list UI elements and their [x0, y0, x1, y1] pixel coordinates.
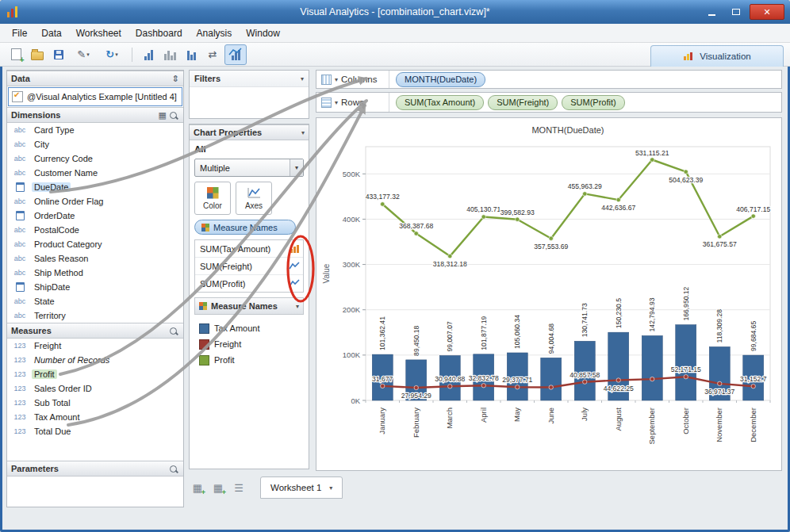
svg-text:105,060.34: 105,060.34 [513, 315, 521, 349]
measure-item-sub-total[interactable]: Sub Total [7, 396, 183, 410]
menu-analysis[interactable]: Analysis [190, 24, 240, 42]
date-type-icon [16, 282, 25, 292]
rows-shelf-head[interactable]: ▾ Rows [316, 93, 389, 112]
new-workbook-button[interactable] [6, 45, 25, 64]
measure-names-pill[interactable]: Measure Names [194, 220, 296, 235]
pill-sum-profit[interactable]: SUM(Profit) [562, 95, 624, 110]
new-dashboard-button[interactable]: ▦ [209, 479, 227, 496]
datasource-checkbox[interactable] [12, 91, 23, 102]
column-chart-tool-button[interactable] [182, 45, 201, 64]
design-button[interactable]: ✎▾ [71, 45, 96, 64]
chevron-down-icon[interactable]: ▾ [301, 129, 305, 136]
sort-fields-icon[interactable]: ⇕ [172, 74, 179, 84]
titlebar[interactable]: Visual Analytics - [combination_chart.vi… [0, 0, 790, 24]
swap-axes-button[interactable]: ⇄ [203, 45, 222, 64]
dimension-item-postalcode[interactable]: PostalCode [7, 223, 183, 237]
measure-item-tax-amount[interactable]: Tax Amount [7, 410, 183, 424]
measure-item-profit[interactable]: Profit [7, 367, 183, 381]
line-chart-type-icon[interactable] [289, 262, 300, 271]
dimension-label: State [32, 297, 57, 306]
pill-sum-tax-amount[interactable]: SUM(Tax Amount) [396, 95, 484, 110]
legend-header[interactable]: Measure Names ▾ [194, 297, 304, 315]
bar-chart-type-icon[interactable] [290, 244, 300, 254]
combination-chart[interactable]: MONTH(DueDate)0K100K200K300K400K500KValu… [318, 120, 780, 469]
menu-file[interactable]: File [5, 24, 34, 42]
pill-sum-freight[interactable]: SUM(Freight) [488, 95, 558, 110]
axes-button[interactable]: Axes [236, 182, 272, 215]
pill-month-duedate[interactable]: MONTH(DueDate) [396, 72, 485, 87]
legend-item-freight[interactable]: Freight [196, 337, 302, 351]
dimension-item-product-category[interactable]: Product Category [7, 237, 183, 251]
refresh-button[interactable]: ↻▾ [98, 45, 125, 64]
measure-item-number-of-records[interactable]: Number of Records [7, 353, 183, 367]
menu-data[interactable]: Data [34, 24, 68, 42]
measures-header: Measures [7, 323, 183, 339]
svg-text:February: February [412, 408, 420, 438]
dimension-item-online-order-flag[interactable]: Online Order Flag [7, 194, 183, 209]
search-icon[interactable] [170, 465, 177, 473]
svg-text:118,309.28: 118,309.28 [715, 309, 723, 343]
maximize-button[interactable] [725, 5, 747, 19]
chevron-down-icon[interactable]: ▾ [290, 159, 303, 176]
dimension-item-city[interactable]: City [7, 137, 183, 151]
menu-dashboard[interactable]: Dashboard [128, 24, 190, 42]
svg-text:31,152.7: 31,152.7 [740, 375, 767, 383]
chart-properties-header[interactable]: Chart Properties ▾ [190, 124, 309, 140]
menu-window[interactable]: Window [239, 24, 287, 42]
dimension-item-currency-code[interactable]: Currency Code [7, 151, 183, 166]
series-row-tax-amount[interactable]: SUM(Tax Amount) [195, 240, 303, 258]
close-button[interactable]: ✕ [750, 4, 784, 20]
combination-chart-button-active[interactable] [224, 44, 247, 65]
sheet-list-button[interactable]: ☰ [230, 479, 247, 496]
sheet-tab-menu-caret[interactable]: ▾ [329, 484, 332, 492]
filters-header[interactable]: Filters ▾ [190, 71, 309, 87]
dimension-item-state[interactable]: State [7, 294, 183, 308]
series-row-profit[interactable]: SUM(Profit) [195, 275, 303, 292]
line-chart-type-icon[interactable] [289, 279, 300, 289]
measure-names-pill-label: Measure Names [213, 223, 278, 232]
chevron-down-icon[interactable]: ▾ [335, 99, 338, 106]
chart-type-dropdown[interactable]: Multiple ▾ [194, 159, 304, 177]
chevron-down-icon[interactable]: ▾ [301, 75, 304, 82]
axes-button-label: Axes [245, 201, 263, 210]
dimension-item-duedate[interactable]: DueDate [7, 180, 183, 194]
tab-visualization[interactable]: Visualization [650, 45, 784, 67]
minimize-button[interactable] [700, 5, 723, 19]
new-worksheet-button[interactable]: ▦ [189, 479, 206, 496]
dimension-item-sales-reason[interactable]: Sales Reason [7, 251, 183, 266]
series-row-freight[interactable]: SUM(Freight) [195, 258, 303, 275]
grid-chart-tool-button[interactable] [160, 45, 179, 64]
dimension-item-customer-name[interactable]: Customer Name [7, 166, 183, 180]
rows-label: Rows [341, 98, 364, 107]
tab-worksheet-1[interactable]: Worksheet 1 ▾ [260, 477, 343, 499]
bar-chart-tool-button[interactable] [139, 45, 158, 64]
text-type-icon [11, 269, 29, 277]
save-button[interactable] [49, 45, 68, 64]
open-button[interactable] [28, 45, 47, 64]
view-as-table-icon[interactable]: ▦ [159, 110, 167, 121]
dimension-item-territory[interactable]: Territory [7, 308, 183, 323]
dimension-label: ShipDate [32, 282, 72, 292]
scope-label: All [194, 144, 304, 154]
measures-title: Measures [11, 326, 167, 335]
legend-item-tax-amount[interactable]: Tax Amount [196, 321, 302, 335]
legend-item-profit[interactable]: Profit [196, 353, 302, 367]
svg-text:166,950.12: 166,950.12 [682, 286, 690, 320]
chevron-down-icon[interactable]: ▾ [335, 76, 338, 83]
measure-item-total-due[interactable]: Total Due [7, 424, 183, 438]
dimension-item-orderdate[interactable]: OrderDate [7, 209, 183, 223]
measure-item-freight[interactable]: Freight [7, 339, 183, 353]
svg-text:399,582.93: 399,582.93 [500, 209, 535, 216]
menu-worksheet[interactable]: Worksheet [69, 24, 128, 42]
chevron-down-icon[interactable]: ▾ [296, 303, 299, 310]
parameters-body [7, 477, 183, 507]
datasource-row[interactable]: @Visual Analytics Example [Untitled 4] [8, 87, 182, 106]
measure-item-sales-order-id[interactable]: Sales Order ID [7, 381, 183, 396]
dimension-item-ship-method[interactable]: Ship Method [7, 266, 183, 280]
color-button[interactable]: Color [194, 182, 231, 215]
columns-shelf-head[interactable]: ▾ Columns [316, 71, 389, 88]
dimension-item-card-type[interactable]: Card Type [7, 123, 183, 137]
dimension-item-shipdate[interactable]: ShipDate [7, 280, 183, 294]
search-icon[interactable] [170, 112, 177, 119]
search-icon[interactable] [170, 327, 177, 335]
